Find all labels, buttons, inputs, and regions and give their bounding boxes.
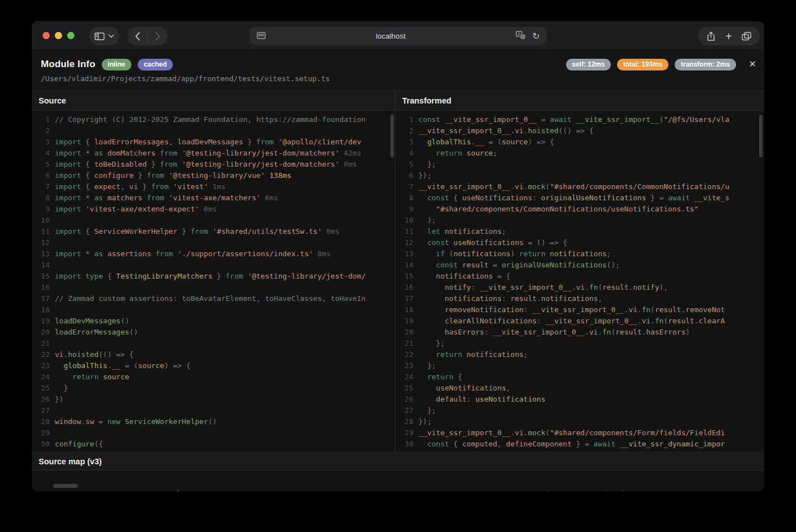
close-icon[interactable]: ✕ bbox=[749, 60, 756, 69]
reader-icon[interactable] bbox=[257, 31, 266, 41]
transformed-code-area[interactable]: 1const __vite_ssr_import_0__ = await __v… bbox=[395, 111, 764, 452]
code-line: 22vi.hoisted(() => { bbox=[32, 349, 395, 360]
code-line: 6import { configure } from '@testing-lib… bbox=[32, 170, 395, 181]
svg-text:文: 文 bbox=[521, 35, 525, 39]
code-line: 13import * as assertions from './support… bbox=[32, 248, 395, 260]
code-line: 26 default: useNotifications bbox=[395, 394, 764, 405]
code-line: 17// Zammad custom assertions: toBeAvata… bbox=[32, 293, 395, 304]
code-line: 20loadErrorMessages() bbox=[32, 327, 395, 338]
code-line: 6}); bbox=[395, 170, 764, 181]
chevron-down-icon bbox=[109, 34, 114, 38]
code-line: 29__vite_ssr_import_0__.vi.mock("#shared… bbox=[395, 427, 764, 439]
page-title: Module Info bbox=[41, 59, 96, 70]
zoom-window-button[interactable] bbox=[67, 32, 74, 39]
source-panel-title: Source bbox=[32, 91, 395, 111]
code-line: 30 const { computed, defineComponent } =… bbox=[395, 439, 764, 450]
code-line: 7import { expect, vi } from 'vitest' 1ms bbox=[32, 181, 395, 192]
code-line: 30configure({ bbox=[32, 439, 395, 450]
code-line: 2 bbox=[32, 125, 395, 136]
code-line: 18 removeNotification: __vite_ssr_import… bbox=[395, 304, 764, 316]
code-line: 19 clearAllNotifications: __vite_ssr_imp… bbox=[395, 316, 764, 327]
code-line: 15 notifications = { bbox=[395, 271, 764, 282]
code-line: 3 globalThis.__ = (source) => { bbox=[395, 136, 764, 148]
code-line: 21 bbox=[32, 338, 395, 349]
minimize-window-button[interactable] bbox=[55, 32, 62, 39]
code-line: 11 let notifications; bbox=[395, 226, 764, 237]
sidebar-icon bbox=[95, 32, 105, 40]
code-line: 16 bbox=[32, 282, 395, 293]
timing-badge: self: 12ms bbox=[566, 59, 611, 70]
code-line: 15import type { TestingLibraryMatchers }… bbox=[32, 271, 395, 282]
sidebar-toggle-button[interactable] bbox=[90, 27, 119, 45]
chevron-right-icon bbox=[155, 32, 161, 41]
code-line: 28window.sw = new ServiceWorkerHelper() bbox=[32, 416, 395, 427]
code-line: 10 ); bbox=[395, 215, 764, 226]
close-window-button[interactable] bbox=[43, 32, 50, 39]
sourcemap-hscrollbar-thumb[interactable] bbox=[53, 484, 78, 488]
code-line: 22 return notifications; bbox=[395, 349, 764, 360]
code-line: 14 const result = originalUseNotificatio… bbox=[395, 260, 764, 271]
code-line: 12 bbox=[32, 237, 395, 248]
navigation-buttons bbox=[128, 27, 167, 45]
code-line: 5 }; bbox=[395, 159, 764, 170]
code-line: 24 return source bbox=[32, 371, 395, 383]
code-line: 28}); bbox=[395, 416, 764, 427]
screenshot-canvas: { "browser": { "url": "localhost", "icon… bbox=[0, 0, 796, 532]
transformed-panel: Transformed 1const __vite_ssr_import_0__… bbox=[395, 91, 764, 452]
code-line: 20 hasErrors: __vite_ssr_import_0__.vi.f… bbox=[395, 327, 764, 338]
back-button[interactable] bbox=[128, 27, 147, 45]
status-badge: cached bbox=[138, 59, 173, 70]
code-line: 1// Copyright (C) 2012-2025 Zammad Found… bbox=[32, 114, 395, 125]
source-panel: Source 1// Copyright (C) 2012-2025 Zamma… bbox=[32, 91, 395, 452]
sourcemap-line-number: 1 bbox=[32, 488, 43, 491]
transformed-scrollbar-thumb[interactable] bbox=[759, 115, 762, 157]
code-line: 21 }; bbox=[395, 338, 764, 349]
code-line: 2__vite_ssr_import_0__.vi.hoisted(() => … bbox=[395, 125, 764, 136]
chevron-left-icon bbox=[135, 32, 140, 41]
code-line: 3import { loadErrorMessages, loadDevMess… bbox=[32, 136, 395, 148]
toolbar-actions: + bbox=[698, 27, 760, 45]
status-badge: inline bbox=[102, 59, 131, 70]
source-code-area[interactable]: 1// Copyright (C) 2012-2025 Zammad Found… bbox=[32, 111, 395, 452]
forward-button[interactable] bbox=[148, 27, 167, 45]
code-line: 25 } bbox=[32, 383, 395, 394]
transformed-panel-title: Transformed bbox=[395, 91, 764, 111]
source-scrollbar-thumb[interactable] bbox=[390, 115, 394, 157]
code-line: 27 }; bbox=[395, 405, 764, 416]
code-line: 26}) bbox=[32, 394, 395, 405]
new-tab-icon[interactable]: + bbox=[726, 31, 732, 42]
code-line: 12 const useNotifications = () => { bbox=[395, 237, 764, 248]
code-line: 7__vite_ssr_import_0__.vi.mock("#shared/… bbox=[395, 181, 764, 192]
code-line: 8 const { useNotifications: originalUseN… bbox=[395, 192, 764, 204]
sourcemap-line: 1 AAMA;AAeA,yBAAG,QAAQ,MAAM;AACf,aAAW,KA… bbox=[32, 488, 764, 491]
share-icon[interactable] bbox=[706, 31, 715, 41]
code-line: 13 if (notifications) return notificatio… bbox=[395, 248, 764, 260]
module-info-header: Module Info inlinecached self: 12mstotal… bbox=[32, 50, 764, 91]
code-line: 17 notifications: result.notifications, bbox=[395, 293, 764, 304]
module-file-path: /Users/vladimir/Projects/zammad/app/fron… bbox=[41, 74, 330, 83]
tab-overview-icon[interactable] bbox=[742, 32, 751, 41]
code-line: 19loadDevMessages() bbox=[32, 316, 395, 327]
code-panels: Source 1// Copyright (C) 2012-2025 Zamma… bbox=[32, 91, 764, 452]
sourcemap-mappings: AAMA;AAeA,yBAAG,QAAQ,MAAM;AACf,aAAW,KAAK… bbox=[48, 488, 692, 491]
code-line: 4 return source; bbox=[395, 148, 764, 159]
timing-badge: transform: 2ms bbox=[675, 59, 736, 70]
sourcemap-area[interactable]: 1 AAMA;AAeA,yBAAG,QAAQ,MAAM;AACf,aAAW,KA… bbox=[32, 470, 764, 491]
module-badges: inlinecached bbox=[96, 59, 173, 70]
code-line: 9import 'vitest-axe/extend-expect' 0ms bbox=[32, 204, 395, 215]
translate-icon[interactable]: A 文 bbox=[516, 31, 526, 42]
browser-window: localhost A 文 ↻ bbox=[32, 21, 764, 491]
reload-icon[interactable]: ↻ bbox=[533, 32, 540, 41]
browser-toolbar: localhost A 文 ↻ bbox=[32, 21, 764, 50]
timing-badge: total: 193ms bbox=[617, 59, 668, 70]
code-line: 8import * as matchers from 'vitest-axe/m… bbox=[32, 192, 395, 204]
code-line: 16 notify: __vite_ssr_import_0__.vi.fn(r… bbox=[395, 282, 764, 293]
code-line: 18 bbox=[32, 304, 395, 316]
timing-badges: self: 12mstotal: 193mstransform: 2ms bbox=[560, 59, 736, 70]
code-line: 27 bbox=[32, 405, 395, 416]
code-line: 11import { ServiceWorkerHelper } from '#… bbox=[32, 226, 395, 237]
code-line: 23 }; bbox=[395, 360, 764, 371]
sourcemap-title: Source map (v3) bbox=[32, 452, 764, 470]
address-bar[interactable]: localhost A 文 ↻ bbox=[250, 27, 547, 45]
code-line: 25 useNotifications, bbox=[395, 383, 764, 394]
